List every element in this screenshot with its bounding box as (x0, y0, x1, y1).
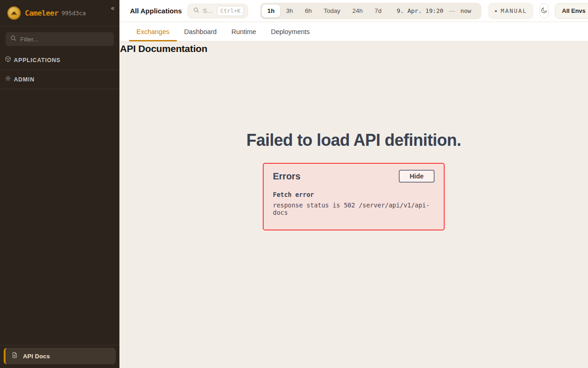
errors-panel-title: Errors (273, 171, 300, 182)
time-range-6h[interactable]: 6h (299, 5, 318, 17)
topbar: All Applications S… Ctrl+K 1h 3h 6h Toda… (119, 0, 588, 22)
error-entry-message: response status is 502 /server/api/v1/ap… (273, 201, 435, 216)
sidebar-section-admin[interactable]: ADMIN (0, 70, 119, 89)
tab-dashboard[interactable]: Dashboard (177, 22, 224, 41)
search-icon (10, 35, 17, 43)
refresh-mode-button[interactable]: ● MANUAL (488, 3, 534, 19)
hide-errors-button[interactable]: Hide (399, 170, 435, 183)
time-range-24h[interactable]: 24h (346, 5, 369, 17)
sidebar-spacer (0, 89, 119, 345)
sidebar-section-label: ADMIN (14, 76, 34, 83)
time-from: 9. Apr. 19:20 (396, 7, 443, 14)
search-placeholder-text: S… (203, 7, 213, 14)
time-range-1h[interactable]: 1h (262, 5, 280, 17)
sidebar-section-label: APPLICATIONS (14, 57, 61, 63)
dark-mode-toggle[interactable] (540, 3, 548, 18)
global-search-button[interactable]: S… Ctrl+K (187, 4, 248, 18)
camel-logo-icon (7, 6, 21, 20)
app-root: Cameleer 995d3ca « APPLICATIONS ADMIN (0, 0, 588, 368)
tab-deployments[interactable]: Deployments (264, 22, 317, 41)
tab-bar: Exchanges Dashboard Runtime Deployments (119, 22, 588, 41)
time-separator: — (449, 7, 455, 14)
error-entry-title: Fetch error (273, 191, 435, 198)
environment-select[interactable]: All Envs (555, 3, 588, 19)
page-title: API Documentation (120, 43, 588, 54)
sidebar: Cameleer 995d3ca « APPLICATIONS ADMIN (0, 0, 119, 368)
sidebar-header: Cameleer 995d3ca « (0, 0, 119, 26)
environment-select-value: All Envs (562, 7, 585, 14)
sidebar-section-applications[interactable]: APPLICATIONS (0, 51, 119, 70)
logo-version: 995d3ca (62, 10, 86, 17)
error-heading: Failed to load API definition. (119, 131, 588, 150)
content-area: API Documentation Failed to load API def… (119, 41, 588, 368)
refresh-bullet-icon: ● (495, 9, 497, 13)
errors-panel: Errors Hide Fetch error response status … (263, 163, 445, 230)
search-icon (193, 7, 199, 15)
sidebar-footer: API Docs (0, 345, 119, 368)
gear-icon (5, 75, 11, 84)
tab-runtime[interactable]: Runtime (224, 22, 264, 41)
context-title: All Applications (130, 7, 182, 15)
time-range-display[interactable]: 9. Apr. 19:20 — now (387, 7, 479, 14)
cube-icon (5, 56, 11, 64)
time-range-today[interactable]: Today (318, 5, 346, 17)
sidebar-filter (6, 32, 114, 46)
time-to: now (460, 7, 471, 14)
error-entry: Fetch error response status is 502 /serv… (273, 191, 435, 216)
sidebar-item-api-docs[interactable]: API Docs (4, 348, 116, 364)
document-icon (11, 351, 18, 361)
time-range-picker: 1h 3h 6h Today 24h 7d 9. Apr. 19:20 — no… (260, 3, 481, 19)
keyboard-shortcut-badge: Ctrl+K (217, 6, 244, 16)
errors-panel-header: Errors Hide (273, 170, 435, 183)
time-range-7d[interactable]: 7d (368, 5, 387, 17)
sidebar-item-label: API Docs (23, 353, 50, 360)
tab-exchanges[interactable]: Exchanges (129, 22, 177, 41)
logo-wordmark: Cameleer (25, 9, 58, 17)
refresh-mode-label: MANUAL (501, 7, 527, 14)
moon-icon (540, 6, 548, 16)
collapse-sidebar-button[interactable]: « (111, 5, 115, 12)
time-range-3h[interactable]: 3h (280, 5, 299, 17)
main-column: All Applications S… Ctrl+K 1h 3h 6h Toda… (119, 0, 588, 368)
filter-input[interactable] (20, 36, 109, 43)
